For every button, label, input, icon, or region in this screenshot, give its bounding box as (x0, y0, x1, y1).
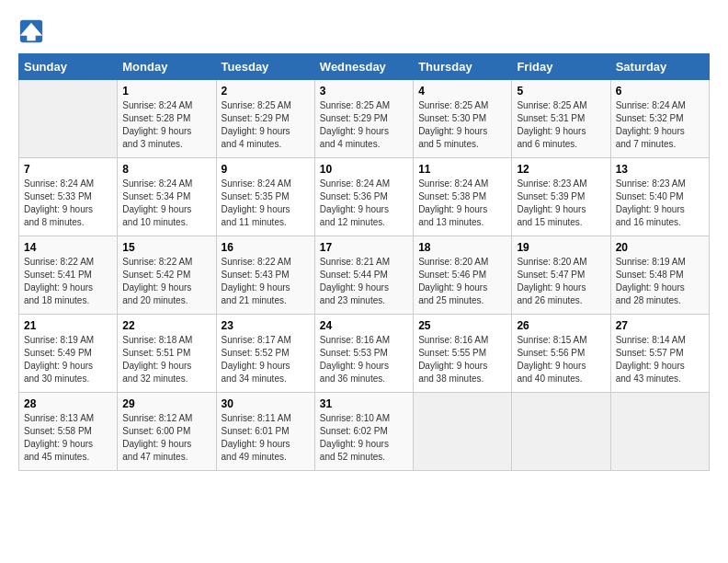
calendar-cell: 24Sunrise: 8:16 AM Sunset: 5:53 PM Dayli… (314, 315, 413, 393)
calendar-cell: 26Sunrise: 8:15 AM Sunset: 5:56 PM Dayli… (512, 315, 610, 393)
day-info: Sunrise: 8:22 AM Sunset: 5:42 PM Dayligh… (122, 256, 210, 307)
calendar-cell (610, 393, 709, 471)
calendar-body: 1Sunrise: 8:24 AM Sunset: 5:28 PM Daylig… (19, 80, 710, 471)
calendar-cell: 5Sunrise: 8:25 AM Sunset: 5:31 PM Daylig… (512, 80, 610, 158)
day-info: Sunrise: 8:22 AM Sunset: 5:43 PM Dayligh… (222, 256, 310, 307)
day-info: Sunrise: 8:25 AM Sunset: 5:29 PM Dayligh… (320, 99, 408, 151)
day-number: 24 (320, 319, 408, 332)
calendar-cell: 17Sunrise: 8:21 AM Sunset: 5:44 PM Dayli… (314, 236, 413, 315)
day-number: 15 (122, 241, 210, 254)
calendar-cell: 31Sunrise: 8:10 AM Sunset: 6:02 PM Dayli… (314, 393, 413, 471)
day-info: Sunrise: 8:24 AM Sunset: 5:32 PM Dayligh… (616, 99, 704, 151)
header-cell-monday: Monday (118, 54, 216, 80)
day-number: 17 (320, 241, 408, 254)
day-info: Sunrise: 8:13 AM Sunset: 5:58 PM Dayligh… (24, 412, 112, 464)
day-info: Sunrise: 8:18 AM Sunset: 5:51 PM Dayligh… (122, 334, 210, 385)
day-info: Sunrise: 8:20 AM Sunset: 5:46 PM Dayligh… (418, 256, 506, 307)
day-number: 30 (222, 397, 310, 410)
calendar-cell: 14Sunrise: 8:22 AM Sunset: 5:41 PM Dayli… (19, 236, 118, 315)
day-number: 8 (122, 163, 210, 176)
calendar-week-5: 28Sunrise: 8:13 AM Sunset: 5:58 PM Dayli… (19, 393, 710, 471)
day-info: Sunrise: 8:24 AM Sunset: 5:36 PM Dayligh… (320, 178, 408, 229)
calendar-week-4: 21Sunrise: 8:19 AM Sunset: 5:49 PM Dayli… (19, 315, 710, 393)
calendar-week-1: 1Sunrise: 8:24 AM Sunset: 5:28 PM Daylig… (19, 80, 710, 158)
calendar-cell: 25Sunrise: 8:16 AM Sunset: 5:55 PM Dayli… (414, 315, 512, 393)
calendar-cell: 4Sunrise: 8:25 AM Sunset: 5:30 PM Daylig… (414, 80, 512, 158)
day-info: Sunrise: 8:22 AM Sunset: 5:41 PM Dayligh… (24, 256, 112, 307)
day-number: 19 (517, 241, 605, 254)
page-header (18, 18, 710, 44)
day-number: 31 (320, 397, 408, 410)
header-cell-saturday: Saturday (610, 54, 709, 80)
header-cell-sunday: Sunday (19, 54, 118, 80)
day-info: Sunrise: 8:25 AM Sunset: 5:31 PM Dayligh… (517, 99, 605, 151)
day-number: 2 (222, 85, 310, 98)
day-number: 28 (24, 397, 112, 410)
header-cell-thursday: Thursday (414, 54, 512, 80)
day-number: 25 (418, 319, 506, 332)
day-number: 4 (418, 85, 506, 98)
calendar-cell: 12Sunrise: 8:23 AM Sunset: 5:39 PM Dayli… (512, 158, 610, 236)
calendar-cell (512, 393, 610, 471)
day-number: 20 (616, 241, 704, 254)
calendar-cell: 6Sunrise: 8:24 AM Sunset: 5:32 PM Daylig… (610, 80, 709, 158)
day-info: Sunrise: 8:15 AM Sunset: 5:56 PM Dayligh… (517, 334, 605, 385)
day-info: Sunrise: 8:24 AM Sunset: 5:33 PM Dayligh… (24, 178, 112, 229)
calendar-cell: 27Sunrise: 8:14 AM Sunset: 5:57 PM Dayli… (610, 315, 709, 393)
day-info: Sunrise: 8:11 AM Sunset: 6:01 PM Dayligh… (222, 412, 310, 464)
day-number: 16 (222, 241, 310, 254)
calendar-cell: 11Sunrise: 8:24 AM Sunset: 5:38 PM Dayli… (414, 158, 512, 236)
day-number: 23 (222, 319, 310, 332)
calendar-cell: 10Sunrise: 8:24 AM Sunset: 5:36 PM Dayli… (314, 158, 413, 236)
calendar-table: SundayMondayTuesdayWednesdayThursdayFrid… (18, 53, 710, 471)
day-info: Sunrise: 8:12 AM Sunset: 6:00 PM Dayligh… (122, 412, 210, 464)
day-info: Sunrise: 8:16 AM Sunset: 5:53 PM Dayligh… (320, 334, 408, 385)
logo (18, 18, 48, 44)
day-info: Sunrise: 8:25 AM Sunset: 5:29 PM Dayligh… (222, 99, 310, 151)
day-info: Sunrise: 8:16 AM Sunset: 5:55 PM Dayligh… (418, 334, 506, 385)
day-number: 26 (517, 319, 605, 332)
calendar-week-3: 14Sunrise: 8:22 AM Sunset: 5:41 PM Dayli… (19, 236, 710, 315)
calendar-cell: 21Sunrise: 8:19 AM Sunset: 5:49 PM Dayli… (19, 315, 118, 393)
logo-icon (18, 18, 44, 44)
calendar-cell: 15Sunrise: 8:22 AM Sunset: 5:42 PM Dayli… (118, 236, 216, 315)
day-number: 10 (320, 163, 408, 176)
day-number: 7 (24, 163, 112, 176)
calendar-cell: 7Sunrise: 8:24 AM Sunset: 5:33 PM Daylig… (19, 158, 118, 236)
day-number: 12 (517, 163, 605, 176)
day-info: Sunrise: 8:23 AM Sunset: 5:40 PM Dayligh… (616, 178, 704, 229)
day-info: Sunrise: 8:24 AM Sunset: 5:28 PM Dayligh… (122, 99, 210, 151)
calendar-cell: 13Sunrise: 8:23 AM Sunset: 5:40 PM Dayli… (610, 158, 709, 236)
day-number: 18 (418, 241, 506, 254)
day-number: 22 (122, 319, 210, 332)
header-cell-tuesday: Tuesday (216, 54, 314, 80)
header-row: SundayMondayTuesdayWednesdayThursdayFrid… (19, 54, 710, 80)
calendar-cell: 9Sunrise: 8:24 AM Sunset: 5:35 PM Daylig… (216, 158, 314, 236)
calendar-cell: 3Sunrise: 8:25 AM Sunset: 5:29 PM Daylig… (314, 80, 413, 158)
calendar-cell: 29Sunrise: 8:12 AM Sunset: 6:00 PM Dayli… (118, 393, 216, 471)
calendar-cell: 22Sunrise: 8:18 AM Sunset: 5:51 PM Dayli… (118, 315, 216, 393)
day-number: 13 (616, 163, 704, 176)
calendar-cell: 20Sunrise: 8:19 AM Sunset: 5:48 PM Dayli… (610, 236, 709, 315)
day-info: Sunrise: 8:10 AM Sunset: 6:02 PM Dayligh… (320, 412, 408, 464)
day-number: 1 (122, 85, 210, 98)
calendar-header: SundayMondayTuesdayWednesdayThursdayFrid… (19, 54, 710, 80)
day-info: Sunrise: 8:19 AM Sunset: 5:48 PM Dayligh… (616, 256, 704, 307)
day-info: Sunrise: 8:19 AM Sunset: 5:49 PM Dayligh… (24, 334, 112, 385)
calendar-cell: 8Sunrise: 8:24 AM Sunset: 5:34 PM Daylig… (118, 158, 216, 236)
calendar-cell (414, 393, 512, 471)
day-info: Sunrise: 8:17 AM Sunset: 5:52 PM Dayligh… (222, 334, 310, 385)
calendar-cell (19, 80, 118, 158)
svg-rect-2 (27, 34, 35, 40)
day-info: Sunrise: 8:20 AM Sunset: 5:47 PM Dayligh… (517, 256, 605, 307)
calendar-cell: 16Sunrise: 8:22 AM Sunset: 5:43 PM Dayli… (216, 236, 314, 315)
day-info: Sunrise: 8:23 AM Sunset: 5:39 PM Dayligh… (517, 178, 605, 229)
day-number: 14 (24, 241, 112, 254)
day-number: 27 (616, 319, 704, 332)
day-number: 29 (122, 397, 210, 410)
calendar-week-2: 7Sunrise: 8:24 AM Sunset: 5:33 PM Daylig… (19, 158, 710, 236)
day-number: 6 (616, 85, 704, 98)
day-info: Sunrise: 8:14 AM Sunset: 5:57 PM Dayligh… (616, 334, 704, 385)
day-number: 9 (222, 163, 310, 176)
calendar-cell: 1Sunrise: 8:24 AM Sunset: 5:28 PM Daylig… (118, 80, 216, 158)
